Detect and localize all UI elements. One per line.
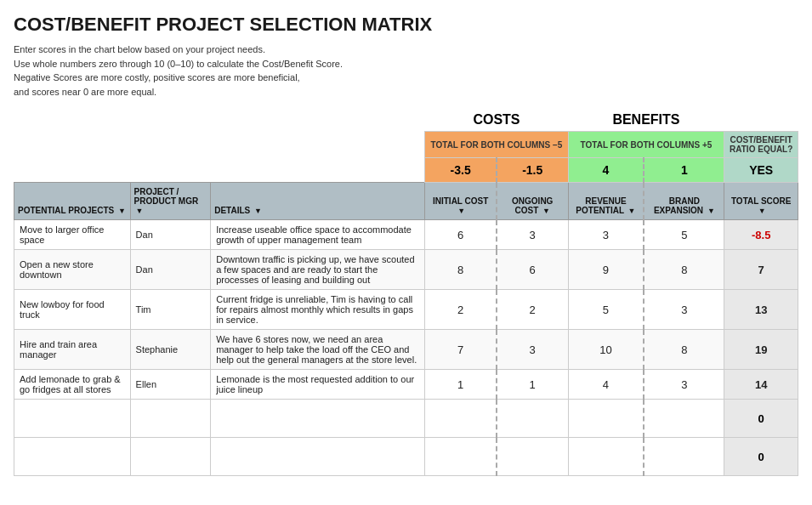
initial-cost-cell[interactable]: 6 bbox=[425, 220, 497, 250]
col-header-revenue[interactable]: REVENUE POTENTIAL ▼ bbox=[568, 183, 644, 220]
brand-cell[interactable]: 3 bbox=[644, 290, 724, 330]
table-row: Open a new store downtown Dan Downtown t… bbox=[14, 250, 798, 290]
brand-filter-icon[interactable]: ▼ bbox=[707, 207, 715, 215]
table-row: Hire and train area manager Stephanie We… bbox=[14, 330, 798, 370]
empty-ongoing[interactable] bbox=[497, 400, 568, 438]
total-score-cell: 14 bbox=[724, 370, 798, 400]
ongoing-cost-value: -1.5 bbox=[497, 158, 568, 183]
col-header-details[interactable]: DETAILS ▼ bbox=[211, 183, 425, 220]
total-score-cell: 19 bbox=[724, 330, 798, 370]
col-header-ongoing[interactable]: ONGOING COST ▼ bbox=[497, 183, 568, 220]
costs-header: COSTS bbox=[425, 109, 568, 132]
col-header-initial[interactable]: INITIAL COST ▼ bbox=[425, 183, 497, 220]
project-name: Move to larger office space bbox=[14, 220, 131, 250]
revenue-value: 4 bbox=[568, 158, 644, 183]
benefits-header: BENEFITS bbox=[568, 109, 724, 132]
ongoing-cost-cell[interactable]: 6 bbox=[497, 250, 568, 290]
col-header-brand[interactable]: BRAND EXPANSION ▼ bbox=[644, 183, 724, 220]
ratio-value: YES bbox=[724, 158, 798, 183]
initial-filter-icon[interactable]: ▼ bbox=[457, 207, 465, 215]
project-mgr: Ellen bbox=[130, 370, 211, 400]
total-costs-header: TOTAL FOR BOTH COLUMNS −5 bbox=[425, 132, 568, 158]
empty-brand[interactable] bbox=[644, 400, 724, 438]
page-title: COST/BENEFIT PROJECT SELECTION MATRIX bbox=[14, 14, 798, 36]
ongoing-cost-cell[interactable]: 3 bbox=[497, 330, 568, 370]
empty-project[interactable] bbox=[14, 438, 131, 476]
project-name: Hire and train area manager bbox=[14, 330, 131, 370]
ongoing-cost-cell[interactable]: 3 bbox=[497, 220, 568, 250]
empty-total: 0 bbox=[724, 438, 798, 476]
total-score-cell: 7 bbox=[724, 250, 798, 290]
brand-cell[interactable]: 3 bbox=[644, 370, 724, 400]
empty-project[interactable] bbox=[14, 400, 131, 438]
initial-cost-cell[interactable]: 7 bbox=[425, 330, 497, 370]
empty-mgr[interactable] bbox=[130, 400, 211, 438]
initial-cost-value: -3.5 bbox=[425, 158, 497, 183]
brand-value: 1 bbox=[644, 158, 724, 183]
revenue-cell[interactable]: 9 bbox=[568, 250, 644, 290]
empty-total: 0 bbox=[724, 400, 798, 438]
empty-initial[interactable] bbox=[425, 400, 497, 438]
cb-ratio-header: COST/BENEFIT RATIO EQUAL? bbox=[724, 132, 798, 158]
mgr-filter-icon[interactable]: ▼ bbox=[136, 207, 144, 215]
total-filter-icon[interactable]: ▼ bbox=[758, 207, 766, 215]
revenue-cell[interactable]: 3 bbox=[568, 220, 644, 250]
total-score-cell: -8.5 bbox=[724, 220, 798, 250]
project-mgr: Dan bbox=[130, 220, 211, 250]
brand-cell[interactable]: 8 bbox=[644, 330, 724, 370]
table-row: Add lemonade to grab & go fridges at all… bbox=[14, 370, 798, 400]
empty-details[interactable] bbox=[211, 438, 425, 476]
brand-cell[interactable]: 5 bbox=[644, 220, 724, 250]
table-row: Move to larger office space Dan Increase… bbox=[14, 220, 798, 250]
project-mgr: Stephanie bbox=[130, 330, 211, 370]
project-details: Lemonade is the most requested addition … bbox=[211, 370, 425, 400]
project-details: Downtown traffic is picking up, we have … bbox=[211, 250, 425, 290]
col-header-projects[interactable]: POTENTIAL PROJECTS ▼ bbox=[14, 183, 131, 220]
brand-cell[interactable]: 8 bbox=[644, 250, 724, 290]
ongoing-cost-cell[interactable]: 1 bbox=[497, 370, 568, 400]
initial-cost-cell[interactable]: 8 bbox=[425, 250, 497, 290]
empty-initial[interactable] bbox=[425, 438, 497, 476]
project-name: Add lemonade to grab & go fridges at all… bbox=[14, 370, 131, 400]
empty-revenue[interactable] bbox=[568, 400, 644, 438]
project-name: Open a new store downtown bbox=[14, 250, 131, 290]
total-benefits-header: TOTAL FOR BOTH COLUMNS +5 bbox=[568, 132, 724, 158]
project-mgr: Dan bbox=[130, 250, 211, 290]
revenue-cell[interactable]: 10 bbox=[568, 330, 644, 370]
total-score-cell: 13 bbox=[724, 290, 798, 330]
intro-text: Enter scores in the chart below based on… bbox=[14, 43, 405, 99]
empty-table-row: 0 bbox=[14, 400, 798, 438]
revenue-cell[interactable]: 5 bbox=[568, 290, 644, 330]
details-filter-icon[interactable]: ▼ bbox=[254, 207, 262, 215]
empty-details[interactable] bbox=[211, 400, 425, 438]
ongoing-filter-icon[interactable]: ▼ bbox=[542, 207, 550, 215]
empty-table-row: 0 bbox=[14, 438, 798, 476]
project-details: Current fridge is unreliable, Tim is hav… bbox=[211, 290, 425, 330]
project-name: New lowboy for food truck bbox=[14, 290, 131, 330]
ongoing-cost-cell[interactable]: 2 bbox=[497, 290, 568, 330]
projects-filter-icon[interactable]: ▼ bbox=[118, 207, 126, 215]
initial-cost-cell[interactable]: 2 bbox=[425, 290, 497, 330]
project-details: We have 6 stores now, we need an area ma… bbox=[211, 330, 425, 370]
revenue-filter-icon[interactable]: ▼ bbox=[628, 207, 636, 215]
initial-cost-cell[interactable]: 1 bbox=[425, 370, 497, 400]
empty-ongoing[interactable] bbox=[497, 438, 568, 476]
col-header-mgr[interactable]: PROJECT / PRODUCT MGR ▼ bbox=[130, 183, 211, 220]
project-mgr: Tim bbox=[130, 290, 211, 330]
empty-mgr[interactable] bbox=[130, 438, 211, 476]
revenue-cell[interactable]: 4 bbox=[568, 370, 644, 400]
table-row: New lowboy for food truck Tim Current fr… bbox=[14, 290, 798, 330]
col-header-total[interactable]: TOTAL SCORE ▼ bbox=[724, 183, 798, 220]
empty-brand[interactable] bbox=[644, 438, 724, 476]
project-details: Increase useable office space to accommo… bbox=[211, 220, 425, 250]
empty-revenue[interactable] bbox=[568, 438, 644, 476]
